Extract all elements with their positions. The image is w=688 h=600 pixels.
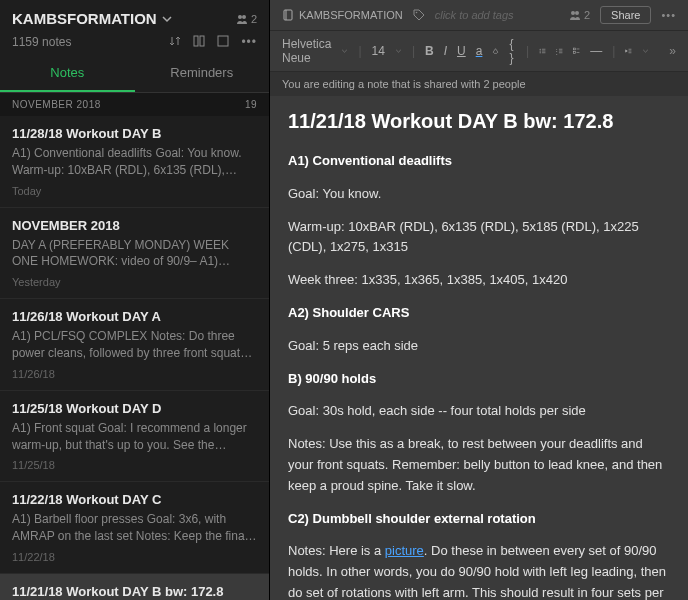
notebook-selector[interactable]: KAMBSFORMATION <box>12 10 173 27</box>
chevron-down-icon[interactable] <box>341 45 348 57</box>
svg-point-12 <box>540 50 541 51</box>
note-preview: DAY A (PREFERABLY MONDAY) WEEK ONE HOMEW… <box>12 237 257 271</box>
section-label: NOVEMBER 2018 <box>12 99 101 110</box>
heading-b: B) 90/90 holds <box>288 369 670 390</box>
crumb-text: KAMBSFORMATION <box>299 9 403 21</box>
svg-point-14 <box>540 52 541 53</box>
share-button[interactable]: Share <box>600 6 651 24</box>
toolbar-overflow-icon[interactable]: » <box>669 44 676 58</box>
svg-text:2: 2 <box>556 50 558 52</box>
numbered-list-icon[interactable]: 123 <box>556 45 563 57</box>
note-item[interactable]: 11/22/18 Workout DAY C A1) Barbell floor… <box>0 482 269 574</box>
bold-button[interactable]: B <box>425 44 434 58</box>
note-item[interactable]: 11/26/18 Workout DAY A A1) PCL/FSQ COMPL… <box>0 299 269 391</box>
people-icon <box>236 13 248 25</box>
picture-link[interactable]: picture <box>385 543 424 558</box>
tag-icon[interactable] <box>413 9 425 21</box>
tab-reminders[interactable]: Reminders <box>135 55 270 92</box>
hr-button[interactable]: — <box>590 44 602 58</box>
italic-button[interactable]: I <box>444 44 447 58</box>
notes-list[interactable]: 11/28/18 Workout DAY B A1) Conventional … <box>0 116 269 600</box>
svg-point-9 <box>575 11 579 15</box>
paragraph: Goal: 5 reps each side <box>288 336 670 357</box>
note-body[interactable]: 11/21/18 Workout DAY B bw: 172.8 A1) Con… <box>270 96 688 600</box>
sidebar-header: KAMBSFORMATION 2 1159 notes ••• <box>0 0 269 55</box>
note-title: 11/21/18 Workout DAY B bw: 172.8 <box>288 110 670 133</box>
svg-rect-2 <box>194 36 198 46</box>
svg-rect-24 <box>574 52 576 54</box>
share-info-banner: You are editing a note that is shared wi… <box>270 72 688 96</box>
note-date: Today <box>12 185 257 197</box>
note-item[interactable]: 11/28/18 Workout DAY B A1) Conventional … <box>0 116 269 208</box>
editor-top-bar: KAMBSFORMATION click to add tags 2 Share… <box>270 0 688 31</box>
svg-rect-22 <box>574 48 576 50</box>
editor-pane: KAMBSFORMATION click to add tags 2 Share… <box>270 0 688 600</box>
note-title: 11/26/18 Workout DAY A <box>12 309 257 324</box>
note-preview: A1) PCL/FSQ COMPLEX Notes: Do three powe… <box>12 328 257 362</box>
chevron-down-icon <box>161 13 173 25</box>
section-count: 19 <box>245 99 257 110</box>
note-date: 11/25/18 <box>12 459 257 471</box>
note-preview: A1) Barbell floor presses Goal: 3x6, wit… <box>12 511 257 545</box>
note-item[interactable]: 11/25/18 Workout DAY D A1) Front squat G… <box>0 391 269 483</box>
tab-notes[interactable]: Notes <box>0 55 135 92</box>
editor-people-badge[interactable]: 2 <box>569 9 590 21</box>
view-list-icon[interactable] <box>217 35 229 47</box>
notebook-name: KAMBSFORMATION <box>12 10 157 27</box>
sidebar: KAMBSFORMATION 2 1159 notes ••• Notes Re… <box>0 0 270 600</box>
svg-point-10 <box>540 49 541 50</box>
note-date: Yesterday <box>12 276 257 288</box>
note-preview: A1) Conventional deadlifts Goal: You kno… <box>12 145 257 179</box>
paragraph: Notes: Here is a picture. Do these in be… <box>288 541 670 600</box>
svg-rect-5 <box>284 10 292 20</box>
people-icon <box>569 9 581 21</box>
heading-c2: C2) Dumbbell shoulder external rotation <box>288 509 670 530</box>
share-people-badge[interactable]: 2 <box>236 13 257 25</box>
svg-point-7 <box>415 12 417 14</box>
font-family-select[interactable]: Helvetica Neue <box>282 37 331 65</box>
svg-point-0 <box>238 15 242 19</box>
notebook-icon <box>282 9 294 21</box>
checklist-icon[interactable] <box>573 45 580 57</box>
paragraph: Goal: You know. <box>288 184 670 205</box>
sort-icon[interactable] <box>169 35 181 47</box>
view-card-icon[interactable] <box>193 35 205 47</box>
note-item[interactable]: NOVEMBER 2018 DAY A (PREFERABLY MONDAY) … <box>0 208 269 300</box>
chevron-down-icon[interactable] <box>642 45 649 57</box>
heading-a2: A2) Shoulder CARS <box>288 303 670 324</box>
svg-rect-3 <box>200 36 204 46</box>
sidebar-tabs: Notes Reminders <box>0 55 269 93</box>
chevron-down-icon[interactable] <box>395 45 402 57</box>
svg-text:3: 3 <box>556 53 558 55</box>
font-size-select[interactable]: 14 <box>372 44 385 58</box>
note-count: 1159 notes <box>12 35 71 49</box>
svg-text:1: 1 <box>556 48 558 50</box>
note-title: 11/28/18 Workout DAY B <box>12 126 257 141</box>
note-title: 11/25/18 Workout DAY D <box>12 401 257 416</box>
note-preview: A1) Front squat Goal: I recommend a long… <box>12 420 257 454</box>
paragraph: Goal: 30s hold, each side -- four total … <box>288 401 670 422</box>
paragraph: Week three: 1x335, 1x365, 1x385, 1x405, … <box>288 270 670 291</box>
note-title: 11/22/18 Workout DAY C <box>12 492 257 507</box>
code-block-button[interactable]: { } <box>509 37 516 65</box>
outdent-icon[interactable] <box>625 45 632 57</box>
paragraph: Notes: Use this as a break, to rest betw… <box>288 434 670 496</box>
bullet-list-icon[interactable] <box>539 45 546 57</box>
highlight-icon[interactable] <box>492 45 499 57</box>
underline-button[interactable]: U <box>457 44 466 58</box>
heading-a1: A1) Conventional deadlifts <box>288 151 670 172</box>
note-title: 11/21/18 Workout DAY B bw: 172.8 <box>12 584 257 599</box>
svg-rect-4 <box>218 36 228 46</box>
svg-point-8 <box>571 11 575 15</box>
note-date: 11/26/18 <box>12 368 257 380</box>
svg-point-1 <box>242 15 246 19</box>
tags-placeholder[interactable]: click to add tags <box>435 9 514 21</box>
more-icon[interactable]: ••• <box>241 35 257 49</box>
more-icon[interactable]: ••• <box>661 9 676 21</box>
paragraph: Warm-up: 10xBAR (RDL), 6x135 (RDL), 5x18… <box>288 217 670 259</box>
note-title: NOVEMBER 2018 <box>12 218 257 233</box>
note-item[interactable]: 11/21/18 Workout DAY B bw: 172.8 A1) Con… <box>0 574 269 600</box>
note-date: 11/22/18 <box>12 551 257 563</box>
text-color-button[interactable]: a <box>476 44 483 58</box>
breadcrumb[interactable]: KAMBSFORMATION <box>282 9 403 21</box>
